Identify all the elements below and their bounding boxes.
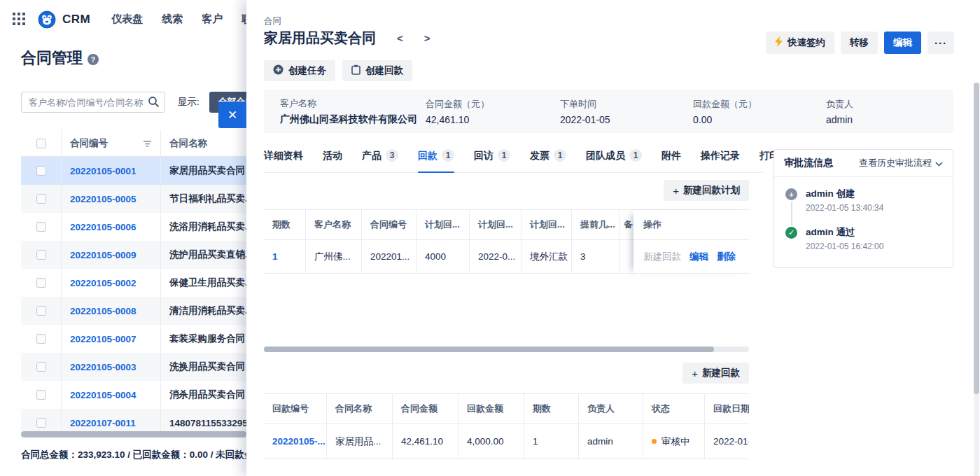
contract-no-link[interactable]: 20220105-0007 (70, 334, 136, 344)
row-checkbox[interactable] (36, 306, 46, 316)
plan-contract-no-cell: 202201... (362, 240, 416, 273)
payment-row[interactable]: 20220105-... 家居用品... 42,461.10 4,000.00 … (264, 424, 749, 459)
step-user: admin (806, 188, 834, 199)
column-header: 计划回... (470, 210, 522, 239)
contract-no-link[interactable]: 20220105-0009 (70, 250, 136, 260)
status-dot (652, 439, 657, 444)
contract-name-cell: 清洁用消耗品买卖... (169, 304, 253, 317)
column-header: 合同金额 (393, 394, 458, 424)
approval-history-label: 查看历史审批流程 (859, 157, 932, 169)
tab-activity[interactable]: 活动 (323, 150, 342, 172)
help-icon[interactable]: ? (88, 54, 99, 65)
step-user: admin (806, 227, 834, 237)
timeline-connector (791, 202, 792, 225)
edit-button[interactable]: 编辑 (884, 31, 921, 54)
tab-team[interactable]: 团队成员1 (586, 150, 642, 172)
tab-invoices[interactable]: 发票1 (530, 150, 566, 172)
new-payment-plan-button[interactable]: + 新建回款计划 (664, 180, 749, 201)
row-checkbox[interactable] (36, 194, 46, 204)
transfer-button[interactable]: 转移 (841, 31, 878, 54)
column-header-contract-no: 合同编号 (70, 137, 108, 150)
vertical-scrollbar[interactable] (974, 83, 979, 476)
column-header: 备 (620, 210, 634, 239)
tab-payments[interactable]: 回款1 (418, 150, 454, 172)
approval-step: + admin 创建 2022-01-05 13:40:34 (785, 188, 941, 213)
search-icon[interactable] (148, 96, 160, 111)
row-checkbox[interactable] (36, 362, 46, 372)
plan-new-payment-link[interactable]: 新建回款 (643, 251, 681, 263)
column-header: 计划回... (522, 210, 572, 239)
contract-no-link[interactable]: 20220107-0011 (70, 418, 136, 428)
plan-edit-link[interactable]: 编辑 (690, 251, 708, 263)
contract-no-link[interactable]: 20220105-0003 (70, 362, 136, 372)
new-payment-button[interactable]: + 新建回款 (682, 363, 749, 384)
tab-attachments[interactable]: 附件 (662, 150, 681, 172)
contract-no-link[interactable]: 20220105-0001 (70, 166, 136, 176)
tab-operation-log[interactable]: 操作记录 (701, 150, 740, 172)
contract-no-link[interactable]: 20220105-0002 (70, 278, 136, 288)
payment-header-row: 回款编号 合同名称 合同金额 回款金额 期数 负责人 状态 回款日期 (264, 394, 749, 424)
next-record-icon[interactable]: > (424, 32, 430, 44)
row-checkbox[interactable] (36, 418, 46, 428)
approval-step: ✓ admin 通过 2022-01-05 16:42:00 (785, 226, 941, 251)
column-header: 负责人 (579, 394, 643, 424)
period-link[interactable]: 1 (272, 251, 278, 262)
plus-icon: + (692, 368, 698, 379)
column-header: 合同名称 (327, 394, 393, 424)
create-task-button[interactable]: 创建任务 (264, 60, 335, 81)
approval-history-link[interactable]: 查看历史审批流程 (859, 157, 943, 169)
search-input[interactable] (21, 92, 165, 113)
column-header: 回款日期 (705, 394, 749, 424)
nav-item-leads[interactable]: 线索 (162, 13, 183, 26)
close-icon[interactable]: ✕ (218, 102, 246, 128)
payment-contract-name-cell: 家居用品... (327, 424, 393, 458)
more-icon[interactable]: ··· (927, 31, 954, 54)
column-header: 合同编号 (362, 210, 416, 239)
scrollbar-thumb[interactable] (974, 83, 979, 394)
nav-item-customers[interactable]: 客户 (202, 13, 223, 26)
contract-name-cell: 套装采购服务合同 (169, 332, 245, 345)
contract-no-link[interactable]: 20220105-0004 (70, 390, 136, 400)
payment-no-link[interactable]: 20220105-... (272, 436, 326, 447)
scrollbar-thumb[interactable] (264, 346, 714, 352)
tab-products[interactable]: 产品3 (362, 150, 398, 172)
filter-icon[interactable] (143, 139, 152, 150)
row-checkbox[interactable] (36, 334, 46, 344)
column-header: 回款编号 (264, 394, 327, 424)
approval-flow-card: 审批流信息 查看历史审批流程 + admin 创建 (774, 149, 953, 268)
contract-no-link[interactable]: 20220105-0006 (70, 222, 136, 232)
scrollbar-thumb[interactable] (21, 431, 246, 438)
approval-title: 审批流信息 (784, 157, 833, 169)
payment-plan-table: 期数 客户名称 合同编号 计划回... 计划回... 计划回... 提前几...… (264, 209, 749, 274)
tab-followups[interactable]: 回访1 (474, 150, 510, 172)
apps-grid-icon[interactable] (13, 13, 26, 26)
quick-sign-button[interactable]: 快速签约 (766, 31, 834, 54)
tab-details[interactable]: 详细资料 (264, 150, 303, 172)
nav-item-dashboard[interactable]: 仪表盘 (111, 13, 143, 26)
step-action: 通过 (836, 227, 855, 237)
chevron-down-icon (935, 158, 943, 169)
select-all-checkbox[interactable] (36, 139, 46, 148)
crm-logo-icon[interactable] (38, 10, 56, 29)
horizontal-scrollbar[interactable] (21, 431, 252, 438)
quick-sign-label: 快速签约 (788, 36, 825, 49)
contract-no-link[interactable]: 20220105-0008 (70, 306, 136, 316)
row-checkbox[interactable] (36, 222, 46, 232)
row-checkbox[interactable] (36, 166, 46, 176)
prev-record-icon[interactable]: < (397, 32, 403, 44)
plan-delete-link[interactable]: 删除 (717, 251, 736, 263)
row-checkbox[interactable] (36, 250, 46, 260)
create-payment-button[interactable]: 创建回款 (342, 60, 412, 81)
column-header: 期数 (264, 210, 306, 239)
contract-no-link[interactable]: 20220105-0005 (70, 194, 136, 204)
row-checkbox[interactable] (36, 278, 46, 288)
detail-tabs: 详细资料 活动 产品3 回款1 回访1 发票1 团队成员1 附件 操作记录 打印… (264, 150, 763, 173)
row-checkbox[interactable] (36, 390, 46, 400)
column-header: 计划回... (416, 210, 470, 239)
actions-fixed-column: 操作 新建回款 编辑 删除 (634, 210, 749, 274)
plan-method-cell: 境外汇款 (522, 240, 572, 273)
contract-name-cell: 保健卫生用品买卖... (169, 276, 253, 289)
horizontal-scrollbar[interactable] (264, 346, 749, 352)
plus-icon: + (673, 185, 679, 197)
contract-name-cell: 洗浴用消耗品买卖... (169, 220, 253, 233)
